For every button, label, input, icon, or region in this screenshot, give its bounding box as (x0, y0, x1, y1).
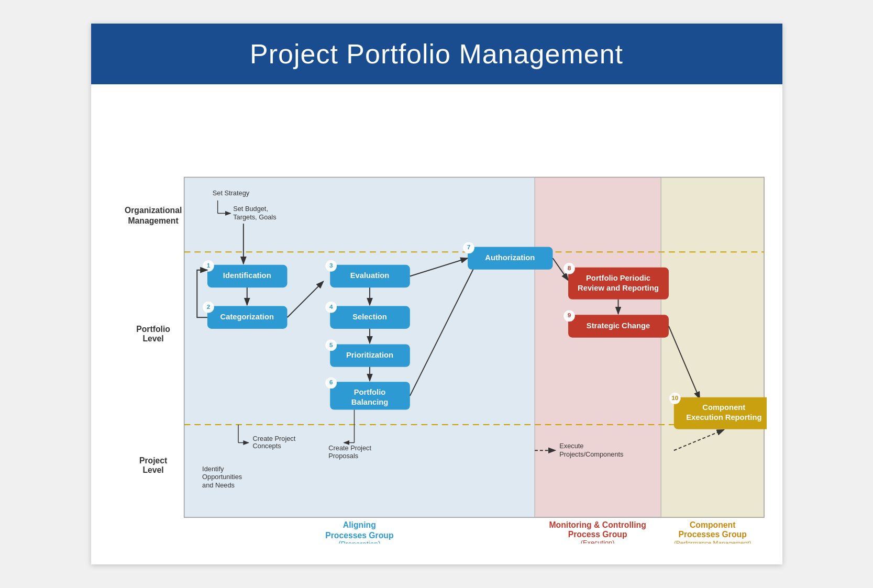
identify-text2: Opportunities (202, 473, 242, 481)
badge-6-text: 6 (329, 379, 333, 386)
badge-9-text: 9 (567, 312, 571, 319)
execute-text2: Projects/Components (559, 450, 623, 458)
badge-4-text: 4 (329, 303, 333, 310)
monitoring-zone-bg (535, 177, 661, 518)
badge-7-text: 7 (467, 244, 470, 251)
node-execution-text1: Component (702, 404, 745, 412)
row-label-level: Level (142, 334, 163, 343)
diagram-area: Organizational Management Portfolio Leve… (91, 84, 782, 564)
badge-8-text: 8 (567, 264, 571, 272)
node-review-text1: Portfolio Periodic (586, 274, 650, 283)
bottom-aligning-text1: Aligning (342, 520, 375, 529)
node-balancing-text2: Balancing (351, 398, 388, 406)
node-balancing-text1: Portfolio (353, 388, 385, 396)
row-label-mgmt: Management (128, 216, 179, 225)
header: Project Portfolio Management (91, 24, 782, 84)
node-identification-text: Identification (223, 272, 271, 280)
bottom-monitoring-sub: (Execution) (580, 539, 614, 543)
create-concepts-text2: Concepts (252, 442, 281, 450)
page-container: Project Portfolio Management Organizatio… (91, 24, 782, 564)
execute-text1: Execute (559, 442, 583, 450)
node-evaluation-text: Evaluation (350, 272, 389, 280)
create-proposals-text2: Proposals (328, 452, 358, 460)
node-authorization-text: Authorization (485, 253, 535, 262)
identify-text3: and Needs (202, 481, 235, 489)
node-prioritization-text: Prioritization (346, 351, 393, 359)
badge-3-text: 3 (329, 262, 333, 269)
set-budget-text1: Set Budget, (233, 205, 268, 213)
badge-2-text: 2 (206, 303, 210, 310)
bottom-monitoring-text1: Monitoring & Controlling (549, 520, 646, 529)
node-review-text2: Review and Reporting (578, 284, 659, 292)
create-concepts-text1: Create Project (252, 435, 295, 442)
identify-text1: Identify (202, 465, 224, 473)
component-zone-bg (661, 177, 764, 518)
badge-5-text: 5 (329, 341, 333, 349)
set-strategy-text: Set Strategy (212, 189, 249, 197)
row-label-proj: Project (139, 456, 167, 465)
create-proposals-text1: Create Project (328, 445, 371, 452)
set-budget-text2: Targets, Goals (233, 214, 276, 221)
node-execution-text2: Execution Reporting (686, 413, 761, 421)
row-label-org: Organizational (124, 206, 181, 215)
page-title: Project Portfolio Management (112, 38, 761, 70)
bottom-component-text1: Component (689, 520, 735, 529)
bottom-aligning-text2: Processes Group (325, 531, 393, 540)
bottom-component-text2: Processes Group (678, 530, 746, 539)
node-categorization-text: Categorization (220, 313, 273, 321)
bottom-monitoring-text2: Process Group (568, 530, 627, 539)
diagram-svg: Organizational Management Portfolio Leve… (107, 95, 767, 543)
node-strategic-text: Strategic Change (586, 321, 649, 330)
row-label-proj-level: Level (142, 465, 163, 474)
badge-10-text: 10 (671, 394, 679, 402)
row-label-port: Portfolio (136, 325, 170, 334)
node-selection-text: Selection (352, 313, 387, 321)
bottom-aligning-sub: (Preparation) (338, 541, 380, 543)
badge-1-text: 1 (206, 262, 210, 269)
bottom-component-sub: (Performance Management) (673, 540, 751, 543)
